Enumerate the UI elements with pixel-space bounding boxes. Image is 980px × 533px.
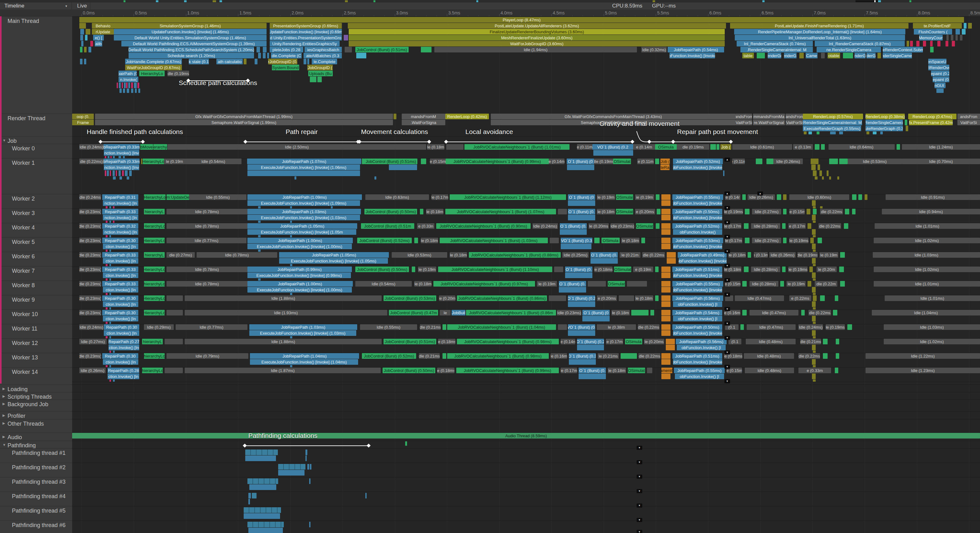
sidebar-item-worker-6[interactable]: Worker 6 [0, 252, 72, 266]
timeline-segment[interactable]: OSimulat [613, 158, 631, 164]
timeline-segment[interactable]: RenderPipelineManager.DoRenderLoop_Inter… [734, 29, 905, 35]
timeline-segment[interactable] [356, 53, 366, 58]
timeline-segment[interactable] [821, 144, 825, 150]
timeline-segment[interactable]: Idle (1.88ms) [185, 339, 382, 344]
timeline-segment[interactable]: le (0.18ms [594, 266, 612, 272]
timeline-segment[interactable] [812, 258, 816, 264]
timeline-segment[interactable] [812, 215, 816, 220]
timeline-segment[interactable]: Idle (0.47ms) [735, 295, 784, 301]
timeline-segment[interactable] [812, 244, 816, 249]
timeline-segment[interactable] [110, 156, 111, 158]
timeline-segment[interactable]: Idle (0.55ms) [189, 194, 246, 200]
flow-marker-down-icon[interactable]: ▼ [636, 503, 642, 507]
timeline-segment[interactable] [123, 156, 125, 158]
timeline-segment[interactable]: Idle (0.27ms) [752, 209, 781, 214]
timeline-segment[interactable] [248, 493, 251, 498]
timeline-segment[interactable]: OSimulat [616, 209, 633, 214]
timeline-segment[interactable]: andsFron [786, 113, 803, 119]
flow-marker-down-icon[interactable]: ▼ [724, 292, 730, 297]
timeline-segment[interactable] [783, 209, 787, 214]
timeline-segment[interactable] [631, 310, 649, 316]
timeline-segment[interactable] [852, 194, 856, 200]
timeline-segment[interactable] [106, 293, 108, 295]
timeline-segment[interactable]: Idle (0.47ms) [747, 324, 795, 330]
timeline-segment[interactable]: dle (0.22ms [638, 324, 660, 330]
timeline-segment[interactable]: hierarchyL [144, 252, 165, 258]
timeline-segment[interactable]: Idle (0.24ms) [80, 324, 103, 330]
timeline-segment[interactable]: JobRVOCalculateNeighbours`1 (Burst) (1.0… [447, 324, 556, 330]
timeline-segment[interactable] [593, 150, 633, 156]
timeline-segment[interactable] [590, 258, 618, 264]
flow-marker-down-icon[interactable]: ▼ [636, 475, 642, 479]
timeline-segment[interactable]: Idle (1.02ms) [874, 266, 980, 272]
timeline-segment[interactable]: VaitForSi [958, 120, 980, 125]
timeline-segment[interactable] [813, 206, 816, 208]
timeline-segment[interactable]: fx.PresentFrame (0.42m [909, 120, 953, 125]
timeline-segment[interactable]: Idle (1.22ms) [865, 353, 980, 359]
flow-marker-down-icon[interactable]: ▼ [724, 336, 730, 340]
timeline-segment[interactable] [560, 229, 587, 235]
timeline-segment[interactable] [813, 351, 816, 353]
timeline-segment[interactable] [129, 171, 131, 176]
sidebar-item-worker-1[interactable]: Worker 1 [0, 158, 72, 194]
timeline-segment[interactable] [412, 266, 415, 272]
timeline-segment[interactable]: JobRepairPath (0.50ms) [672, 209, 722, 214]
timeline-segment[interactable] [960, 35, 962, 40]
timeline-segment[interactable]: ne.RenderSingleCamera [817, 47, 881, 53]
timeline-segment[interactable] [243, 507, 281, 513]
timeline-segment[interactable] [106, 264, 108, 266]
timeline-segment[interactable] [780, 281, 784, 287]
timeline-segment[interactable]: enderSingleCamera [883, 53, 912, 58]
timeline-segment[interactable] [815, 176, 818, 180]
sidebar-item-pathfinding-thread-5[interactable]: Pathfinding thread #5 [0, 506, 72, 520]
timeline-segment[interactable]: Idle (0.48ms) [746, 339, 795, 344]
timeline-segment[interactable]: Job ( [720, 144, 731, 150]
timeline-segment[interactable] [937, 41, 940, 46]
sidebar-item-background-job[interactable]: ▶Background Job [0, 400, 72, 411]
timeline-segment[interactable] [756, 158, 762, 164]
timeline-segment[interactable] [845, 209, 849, 214]
timeline-segment[interactable]: le (0.19m [786, 281, 806, 287]
timeline-segment[interactable] [86, 29, 90, 35]
timeline-segment[interactable]: RepairPath (0.28 [108, 367, 139, 373]
timeline-segment[interactable]: Idle (0.24ms) [80, 144, 103, 150]
timeline-segment[interactable]: O`1 (Burst) (0. [560, 223, 587, 229]
timeline-segment[interactable]: RenderLoop (0.42ms) [445, 113, 489, 119]
timeline-segment[interactable] [661, 295, 670, 301]
timeline-segment[interactable] [267, 53, 269, 58]
timeline-segment[interactable]: ExecuteJobFunction.Invoke() [Invoke] (1.… [247, 287, 352, 292]
timeline-segment[interactable]: le (0.18m [597, 209, 615, 214]
timeline-segment[interactable] [820, 295, 824, 301]
timeline-segment[interactable] [138, 89, 140, 93]
timeline-segment[interactable]: dle (0.22ms) [80, 158, 103, 164]
timeline-segment[interactable]: Idle (1.87ms) [185, 367, 381, 373]
timeline-segment[interactable]: HierarchyLo [144, 223, 165, 229]
timeline-segment[interactable]: dle (0.23ms) [80, 266, 101, 272]
timeline-segment[interactable] [813, 209, 817, 214]
timeline-segment[interactable] [661, 302, 670, 307]
timeline-segment[interactable]: erarchy [153, 144, 167, 150]
timeline-segment[interactable]: Idle (0.48ms) [745, 367, 794, 373]
timeline-segment[interactable] [647, 367, 652, 373]
timeline-segment[interactable]: e() [ [93, 35, 104, 40]
timeline-segment[interactable]: Frame [72, 120, 94, 125]
timeline-segment[interactable] [106, 235, 108, 237]
timeline-segment[interactable]: le (0.17m [561, 367, 577, 373]
timeline-segment[interactable]: JobRVOCalculateNeighbours`1 (Burst) (0.9… [436, 223, 531, 229]
timeline-segment[interactable] [837, 176, 839, 180]
timeline-segment[interactable] [767, 158, 773, 164]
timeline-segment[interactable] [619, 295, 634, 301]
timeline-segment[interactable] [290, 293, 292, 295]
timeline-segment[interactable]: Idle (1.23ms) [865, 367, 980, 373]
timeline-segment[interactable] [414, 238, 418, 243]
timeline-segment[interactable] [344, 35, 348, 40]
timeline-segment[interactable] [661, 353, 670, 359]
timeline-segment[interactable]: OSimula [625, 339, 642, 344]
timeline-segment[interactable]: Idle (0.54ms) [355, 281, 412, 287]
timeline-segment[interactable]: RenderSingleCameraInternal: M [803, 120, 862, 125]
timeline-segment[interactable]: ction.Invoke() [In [103, 258, 138, 264]
timeline-segment[interactable] [818, 164, 820, 170]
timeline-segment[interactable]: Idle (0.78ms) [167, 223, 247, 229]
timeline-segment[interactable]: enderGr [784, 53, 797, 58]
timeline-segment[interactable]: Idle (0.24ms) [80, 194, 101, 200]
